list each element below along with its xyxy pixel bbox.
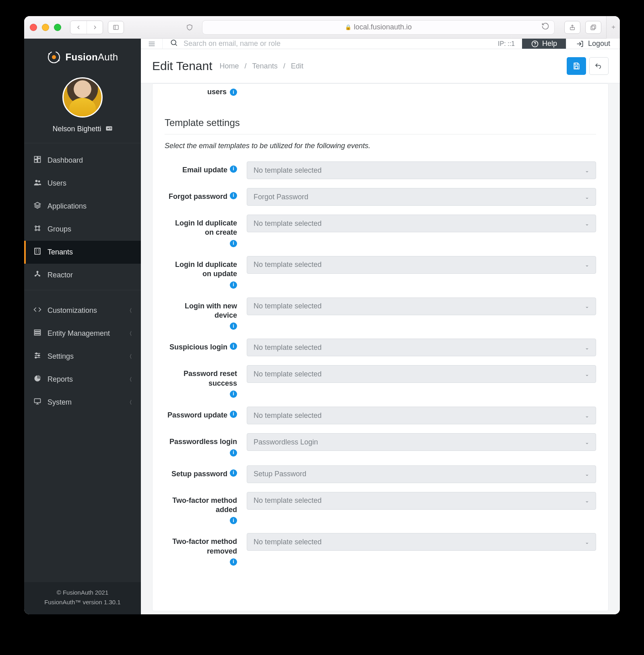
sidebar-item-label: Reports [47,375,73,384]
template-select-passwordless-login[interactable]: Passwordless Login⌄ [247,433,596,451]
window-minimize-button[interactable] [42,24,49,31]
logout-button[interactable]: Logout [566,39,620,49]
template-select-forgot-password[interactable]: Forgot Password⌄ [247,188,596,206]
chevron-left-icon: 〈 [127,399,132,406]
sidebar-item-applications[interactable]: Applications [24,195,141,218]
breadcrumb-link[interactable]: Home [220,62,239,70]
template-select-setup-password[interactable]: Setup Password⌄ [247,465,596,483]
sidebar-group-settings[interactable]: Settings〈 [24,345,141,368]
template-label: Password reset success i [165,365,237,398]
select-value: No template selected [254,370,322,378]
window-zoom-button[interactable] [54,24,61,31]
back-action-button[interactable] [589,57,609,75]
template-select-login-id-duplicate-on-update[interactable]: No template selected⌄ [247,256,596,274]
template-select-two-factor-method-added[interactable]: No template selected⌄ [247,492,596,510]
sidebar-group-entity-management[interactable]: Entity Management〈 [24,322,141,345]
share-button[interactable] [564,21,580,34]
select-value: No template selected [254,496,322,505]
template-select-suspicious-login[interactable]: No template selected⌄ [247,339,596,356]
refresh-button[interactable] [541,22,549,32]
new-tab-button[interactable]: ＋ [606,16,620,39]
template-select-login-id-duplicate-on-create[interactable]: No template selected⌄ [247,215,596,232]
breadcrumb-link[interactable]: Edit [291,62,303,70]
template-row-setup-password: Setup password iSetup Password⌄ [165,465,596,483]
url-text: local.fusionauth.io [354,23,412,31]
save-button[interactable] [567,57,586,75]
sidebar-item-groups[interactable]: Groups [24,218,141,241]
forward-button[interactable] [87,21,103,34]
privacy-shield-icon[interactable] [182,21,197,34]
sidebar-item-label: Settings [47,352,74,361]
back-button[interactable] [70,21,87,34]
template-select-email-update[interactable]: No template selected⌄ [247,161,596,179]
template-row-login-id-duplicate-on-create: Login Id duplicate on create iNo templat… [165,215,596,247]
template-row-suspicious-login: Suspicious login iNo template selected⌄ [165,339,596,356]
info-icon[interactable]: i [230,89,237,96]
svg-rect-9 [106,126,112,131]
svg-rect-12 [109,128,111,129]
sidebar-group-system[interactable]: System〈 [24,391,141,414]
info-icon[interactable]: i [230,391,237,398]
search-icon [170,39,178,49]
main: IP: ::1 Help Logout Edit Tenant Home/Ten… [141,39,620,614]
sidebar-item-label: Customizations [47,306,97,315]
template-select-two-factor-method-removed[interactable]: No template selected⌄ [247,533,596,551]
info-icon[interactable]: i [230,343,237,350]
chevron-left-icon: 〈 [127,307,132,314]
breadcrumb-separator: / [245,62,247,70]
avatar[interactable] [62,77,103,118]
page-title: Edit Tenant [152,59,213,73]
window-close-button[interactable] [30,24,37,31]
app-root: FusionAuth Nelson Bighetti DashboardUser… [24,39,620,614]
info-icon[interactable]: i [230,240,237,247]
template-row-two-factor-method-removed: Two-factor method removed iNo template s… [165,533,596,566]
svg-point-21 [35,229,36,231]
info-icon[interactable]: i [230,281,237,289]
chevron-down-icon: ⌄ [585,167,589,174]
sidebar-item-reactor[interactable]: Reactor [24,264,141,287]
breadcrumb-link[interactable]: Tenants [252,62,278,70]
template-select-password-reset-success[interactable]: No template selected⌄ [247,365,596,383]
info-icon[interactable]: i [230,165,237,173]
info-icon[interactable]: i [230,469,237,477]
tenants-icon [33,247,42,257]
help-button[interactable]: Help [522,39,566,49]
info-icon[interactable]: i [230,192,237,199]
info-icon[interactable]: i [230,517,237,524]
url-bar[interactable]: 🔒 local.fusionauth.io [202,20,555,35]
brand[interactable]: FusionAuth [24,39,141,76]
profile-name[interactable]: Nelson Bighetti [52,125,112,133]
svg-point-22 [39,229,40,231]
header-actions [567,57,609,75]
svg-rect-4 [591,26,594,29]
sidebar-item-tenants[interactable]: Tenants [24,241,141,264]
svg-rect-52 [575,66,578,69]
template-row-passwordless-login: Passwordless login iPasswordless Login⌄ [165,433,596,456]
info-icon[interactable]: i [230,558,237,566]
sidebar-item-label: Groups [47,225,71,233]
svg-rect-51 [575,63,578,65]
template-row-two-factor-method-added: Two-factor method added iNo template sel… [165,492,596,525]
sidebar-group-reports[interactable]: Reports〈 [24,368,141,391]
sidebar-item-label: Entity Management [47,329,110,338]
sidebar-item-users[interactable]: Users [24,172,141,195]
collapse-sidebar-button[interactable] [141,39,163,49]
template-select-login-with-new-device[interactable]: No template selected⌄ [247,298,596,315]
svg-point-20 [39,226,40,227]
svg-rect-3 [592,25,596,29]
svg-rect-14 [38,157,41,158]
tabs-button[interactable] [585,21,601,34]
page-header: Edit Tenant Home/Tenants/Edit [141,49,620,83]
info-icon[interactable]: i [230,449,237,457]
info-icon[interactable]: i [230,411,237,418]
sidebar-item-dashboard[interactable]: Dashboard [24,149,141,172]
sidebar-toggle-button[interactable] [108,21,124,34]
select-value: No template selected [254,411,322,420]
search-input[interactable] [184,39,479,48]
monitor-icon [33,397,42,407]
sidebar-group-customizations[interactable]: Customizations〈 [24,299,141,322]
breadcrumb: Home/Tenants/Edit [220,62,303,70]
primary-nav: DashboardUsersApplicationsGroupsTenantsR… [24,143,141,287]
info-icon[interactable]: i [230,322,237,330]
template-select-password-update[interactable]: No template selected⌄ [247,407,596,424]
